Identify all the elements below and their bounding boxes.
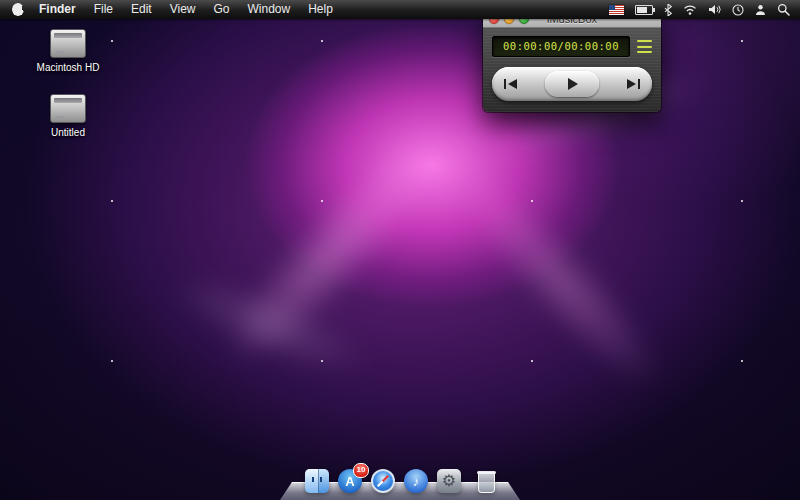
app-store-glyph: A [345,474,354,489]
menu-file[interactable]: File [85,0,122,19]
notification-badge: 10 [353,463,369,478]
gear-glyph: ⚙ [442,473,456,489]
volume-icon[interactable] [708,4,721,15]
dock-app-store-icon[interactable]: A 10 [338,469,362,493]
wifi-icon[interactable] [683,4,697,15]
apple-menu-icon[interactable] [12,3,24,16]
player-body: 00:00:00/00:00:00 [483,28,661,112]
menu-edit[interactable]: Edit [122,0,161,19]
bluetooth-icon[interactable] [664,4,672,16]
menu-view[interactable]: View [161,0,205,19]
dock-system-preferences-icon[interactable]: ⚙ [437,469,461,493]
clock-icon[interactable] [732,4,744,16]
desktop-icon-label: Untitled [34,127,102,138]
wallpaper [0,0,800,500]
itunes-note-glyph: ♪ [413,474,420,489]
menu-finder[interactable]: Finder [30,0,85,19]
dock-finder-icon[interactable] [305,469,329,493]
transport-controls [492,67,652,101]
dock: A 10 ♪ ⚙ [280,454,520,500]
time-display: 00:00:00/00:00:00 [492,36,630,57]
play-button[interactable] [545,71,599,97]
menu-window[interactable]: Window [239,0,300,19]
menu-left: Finder File Edit View Go Window Help [0,0,342,19]
desktop-icon-untitled[interactable]: Untitled [34,94,102,138]
dock-itunes-icon[interactable]: ♪ [404,469,428,493]
desktop-icon-macintosh-hd[interactable]: Macintosh HD [34,29,102,73]
dock-safari-icon[interactable] [371,469,395,493]
menu-help[interactable]: Help [299,0,342,19]
user-icon[interactable] [755,4,766,15]
spotlight-icon[interactable] [777,3,790,16]
dock-trash-icon[interactable] [478,472,495,493]
battery-icon[interactable] [635,5,653,15]
hard-drive-icon [50,29,86,58]
menu-go[interactable]: Go [205,0,239,19]
menu-extras [609,0,800,19]
menu-bar: Finder File Edit View Go Window Help [0,0,800,19]
removable-drive-icon [50,94,86,123]
playlist-icon[interactable] [637,39,652,54]
desktop-icon-label: Macintosh HD [34,62,102,73]
us-flag-icon[interactable] [609,5,624,15]
previous-button[interactable] [504,78,517,90]
imusicbox-window: iMusicBox 00:00:00/00:00:00 [483,10,661,112]
next-button[interactable] [627,78,640,90]
desktop: Finder File Edit View Go Window Help [0,0,800,500]
